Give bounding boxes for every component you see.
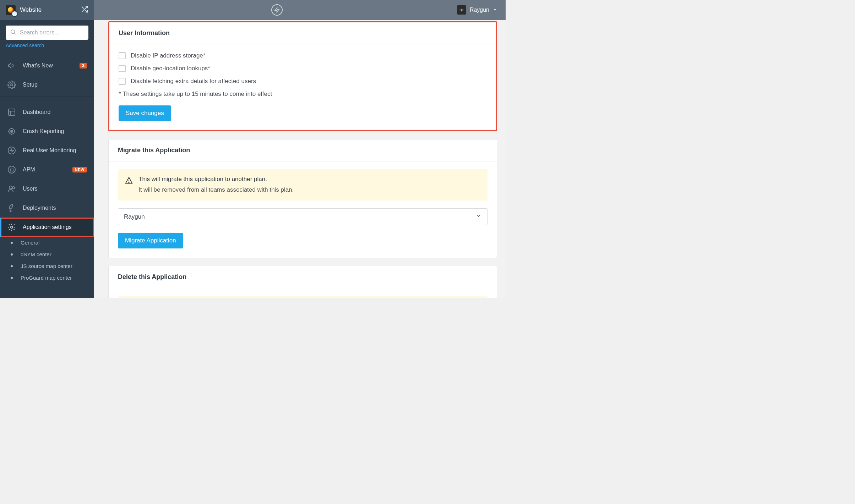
migrate-application-card: Migrate this Application This will migra… xyxy=(108,139,497,258)
svg-rect-14 xyxy=(10,169,13,171)
sidebar-header: Website xyxy=(0,0,94,20)
search-box[interactable] xyxy=(6,26,88,40)
card-title: Delete this Application xyxy=(109,266,497,288)
content-scroll[interactable]: User Information Disable IP address stor… xyxy=(94,20,506,298)
sidebar-item-label: Real User Monitoring xyxy=(23,147,76,154)
badge-count: 3 xyxy=(80,63,87,69)
svg-marker-18 xyxy=(275,7,279,12)
user-avatar-icon xyxy=(457,5,466,15)
dot-icon xyxy=(11,277,13,279)
advanced-search-link[interactable]: Advanced search xyxy=(0,43,94,53)
gear-icon xyxy=(7,80,16,89)
sidebar-item-label: Users xyxy=(23,186,38,192)
settings-note: * These settings take up to 15 minutes t… xyxy=(119,91,487,98)
sidebar-item-users[interactable]: Users xyxy=(0,179,94,198)
svg-point-0 xyxy=(11,30,15,34)
sidebar-item-deployments[interactable]: Deployments xyxy=(0,198,94,218)
sidebar-item-label: Application settings xyxy=(23,224,72,230)
subnav-label: General xyxy=(21,240,39,246)
user-information-card: User Information Disable IP address stor… xyxy=(108,21,497,131)
svg-point-16 xyxy=(12,187,15,189)
sidebar-item-label: Deployments xyxy=(23,205,56,211)
subnav-label: JS source map center xyxy=(21,263,72,269)
checkbox-icon[interactable] xyxy=(119,78,126,85)
svg-marker-20 xyxy=(494,9,496,11)
checkbox-label: Disable IP address storage* xyxy=(131,52,205,59)
search-area xyxy=(0,20,94,43)
sidebar-item-rum[interactable]: Real User Monitoring xyxy=(0,141,94,160)
migrate-application-button[interactable]: Migrate Application xyxy=(118,233,183,248)
checkbox-label: Disable fetching extra details for affec… xyxy=(131,78,256,85)
megaphone-icon xyxy=(7,61,16,70)
subnav-label: dSYM center xyxy=(21,251,51,257)
subnav-dsym[interactable]: dSYM center xyxy=(0,248,94,260)
users-icon xyxy=(7,184,16,193)
delete-application-card: Delete this Application xyxy=(108,266,497,298)
user-menu[interactable]: Raygun xyxy=(457,5,497,15)
dot-icon xyxy=(11,253,13,256)
subnav-js-source-map[interactable]: JS source map center xyxy=(0,260,94,272)
apm-icon xyxy=(7,165,16,174)
checkbox-label: Disable geo-location lookups* xyxy=(131,65,210,72)
sidebar-item-label: APM xyxy=(23,166,35,173)
alert-line1: This will migrate this application to an… xyxy=(138,176,294,183)
dashboard-icon xyxy=(7,108,16,117)
svg-line-1 xyxy=(14,33,15,34)
user-name: Raygun xyxy=(470,7,489,13)
chevron-down-icon xyxy=(493,7,497,13)
select-value: Raygun xyxy=(124,213,145,220)
subnav-label: ProGuard map center xyxy=(21,275,72,281)
sidebar-item-setup[interactable]: Setup xyxy=(0,75,94,94)
sidebar-item-apm[interactable]: APM NEW xyxy=(0,160,94,179)
svg-point-19 xyxy=(461,9,462,11)
checkbox-icon[interactable] xyxy=(119,65,126,72)
svg-point-22 xyxy=(129,182,129,183)
card-title: User Information xyxy=(109,22,496,44)
pulse-icon xyxy=(7,146,16,155)
sidebar: Website Advanced search What's New 3 xyxy=(0,0,94,298)
svg-point-2 xyxy=(11,84,13,86)
app-settings-subnav: General dSYM center JS source map center… xyxy=(0,237,94,286)
chevron-down-icon xyxy=(476,213,481,220)
shuffle-icon[interactable] xyxy=(81,5,88,15)
dot-icon xyxy=(11,265,13,267)
migrate-warning: This will migrate this application to an… xyxy=(118,169,488,201)
subnav-general[interactable]: General xyxy=(0,237,94,248)
sidebar-item-dashboard[interactable]: Dashboard xyxy=(0,103,94,122)
checkbox-disable-extra-details[interactable]: Disable fetching extra details for affec… xyxy=(119,78,487,85)
bolt-icon[interactable] xyxy=(271,4,283,16)
topbar: Raygun xyxy=(94,0,506,20)
svg-point-13 xyxy=(8,166,15,173)
app-logo[interactable] xyxy=(6,5,16,15)
site-name[interactable]: Website xyxy=(20,6,76,13)
sidebar-item-label: Dashboard xyxy=(23,109,50,115)
svg-point-7 xyxy=(11,130,13,132)
plan-select[interactable]: Raygun xyxy=(118,208,488,225)
rocket-icon xyxy=(7,203,16,213)
save-changes-button[interactable]: Save changes xyxy=(119,105,171,121)
card-title: Migrate this Application xyxy=(109,139,497,161)
sidebar-item-label: What's New xyxy=(23,62,53,69)
sidebar-item-label: Crash Reporting xyxy=(23,128,64,135)
svg-point-15 xyxy=(9,186,12,189)
checkbox-disable-ip[interactable]: Disable IP address storage* xyxy=(119,52,487,59)
delete-warning-peek xyxy=(118,296,488,298)
settings-icon xyxy=(7,223,16,232)
alert-line2: It will be removed from all teams associ… xyxy=(138,186,294,193)
sidebar-item-crash-reporting[interactable]: Crash Reporting xyxy=(0,122,94,141)
warning-icon xyxy=(125,176,133,186)
checkbox-disable-geo[interactable]: Disable geo-location lookups* xyxy=(119,65,487,72)
search-input[interactable] xyxy=(20,29,84,36)
svg-rect-3 xyxy=(9,109,15,115)
search-icon xyxy=(10,29,16,37)
bug-icon xyxy=(7,127,16,136)
checkbox-icon[interactable] xyxy=(119,52,126,59)
badge-new: NEW xyxy=(72,167,87,172)
subnav-proguard[interactable]: ProGuard map center xyxy=(0,272,94,284)
sidebar-item-label: Setup xyxy=(23,82,38,88)
svg-point-17 xyxy=(11,226,13,228)
sidebar-item-whats-new[interactable]: What's New 3 xyxy=(0,56,94,75)
dot-icon xyxy=(11,242,13,244)
sidebar-item-application-settings[interactable]: Application settings xyxy=(0,218,94,237)
